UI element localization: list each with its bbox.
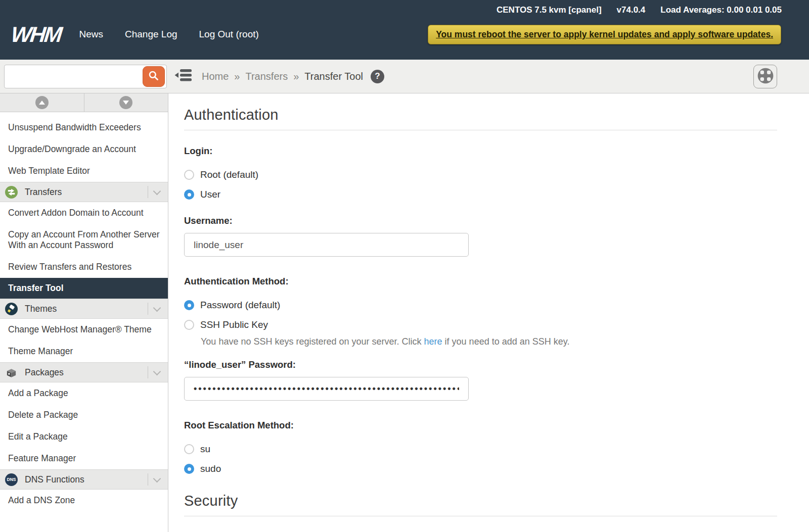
- radio-option-label: SSH Public Key: [200, 319, 268, 330]
- sidebar-item-review-transfers[interactable]: Review Transfers and Restores: [0, 256, 168, 278]
- collapse-sidebar-icon: [174, 68, 193, 85]
- header: CENTOS 7.5 kvm [cpanel] v74.0.4 Load Ave…: [0, 0, 809, 60]
- radio-option-sudo[interactable]: sudo: [184, 463, 777, 474]
- toolbar: Home » Transfers » Transfer Tool ?: [0, 60, 809, 93]
- radio-option-root[interactable]: Root (default): [184, 169, 777, 180]
- radio-option-label: Root (default): [200, 169, 258, 180]
- breadcrumb-separator: »: [293, 71, 299, 82]
- sidebar-item-add-package[interactable]: Add a Package: [0, 382, 168, 404]
- sidebar-item-transfer-tool[interactable]: Transfer Tool: [0, 278, 168, 299]
- logo-row: WHM News Change Log Log Out (root) You m…: [0, 15, 809, 54]
- radio-option-user[interactable]: User: [184, 189, 777, 200]
- section-divider: [184, 130, 777, 130]
- radio-unchecked-icon[interactable]: [184, 170, 194, 180]
- whm-version: v74.0.4: [617, 5, 646, 15]
- chevron-down-icon: [153, 304, 161, 312]
- arrow-up-icon: [35, 96, 49, 109]
- breadcrumb: Home » Transfers » Transfer Tool ?: [202, 70, 384, 83]
- packages-icon: [5, 366, 18, 379]
- sidebar-section-dns-functions[interactable]: DNS DNS Functions: [0, 469, 168, 490]
- radio-option-su[interactable]: su: [184, 444, 777, 455]
- sidebar-nav-list: Unsuspend Bandwidth Exceeders Upgrade/Do…: [0, 112, 168, 511]
- sidebar-section-label: Packages: [25, 367, 148, 378]
- sidebar-item-web-template-editor[interactable]: Web Template Editor: [0, 160, 168, 182]
- add-ssh-key-link[interactable]: here: [424, 336, 442, 347]
- collapse-sidebar-button[interactable]: [174, 68, 193, 85]
- sidebar-section-label: DNS Functions: [25, 474, 148, 485]
- sidebar-item-upgrade-downgrade[interactable]: Upgrade/Downgrade an Account: [0, 138, 168, 160]
- sidebar-item-copy-account[interactable]: Copy an Account From Another Server With…: [0, 224, 168, 256]
- sidebar-item-edit-package[interactable]: Edit a Package: [0, 426, 168, 448]
- radio-option-label: su: [200, 444, 210, 455]
- section-divider: [184, 516, 777, 516]
- nav-log-out[interactable]: Log Out (root): [199, 29, 259, 40]
- life-preserver-icon: [756, 67, 775, 86]
- arrow-down-icon: [119, 96, 132, 109]
- auth-method-label: Authentication Method:: [184, 276, 777, 287]
- sidebar-item-delete-package[interactable]: Delete a Package: [0, 404, 168, 426]
- system-info: CENTOS 7.5 kvm [cpanel]: [497, 5, 602, 15]
- content-area: Unsuspend Bandwidth Exceeders Upgrade/Do…: [0, 93, 809, 532]
- radio-option-label: Password (default): [200, 300, 280, 311]
- radio-checked-icon[interactable]: [184, 464, 194, 474]
- search-button[interactable]: [143, 66, 165, 87]
- radio-option-ssh-key[interactable]: SSH Public Key: [184, 319, 777, 330]
- chevron-down-icon: [153, 474, 161, 482]
- sidebar-section-packages[interactable]: Packages: [0, 362, 168, 382]
- sidebar-section-themes[interactable]: Themes: [0, 299, 168, 319]
- reboot-warning-banner[interactable]: You must reboot the server to apply kern…: [428, 25, 781, 44]
- sidebar-item-convert-addon[interactable]: Convert Addon Domain to Account: [0, 202, 168, 224]
- breadcrumb-home[interactable]: Home: [202, 71, 229, 82]
- password-label: “linode_user” Password:: [184, 359, 777, 370]
- sidebar-scroll-down-button[interactable]: [84, 93, 168, 112]
- password-field[interactable]: [184, 377, 469, 401]
- breadcrumb-separator: »: [234, 71, 240, 82]
- sidebar: Unsuspend Bandwidth Exceeders Upgrade/Do…: [0, 93, 168, 532]
- username-label: Username:: [184, 215, 777, 226]
- transfers-icon: [5, 186, 18, 199]
- help-icon[interactable]: ?: [371, 70, 384, 83]
- ssh-key-note: You have no SSH keys registered on your …: [201, 336, 777, 347]
- radio-option-label: sudo: [200, 463, 221, 474]
- breadcrumb-current: Transfer Tool: [304, 71, 363, 82]
- chevron-down-icon: [153, 187, 161, 195]
- top-nav: News Change Log Log Out (root): [79, 29, 280, 40]
- sidebar-section-transfers[interactable]: Transfers: [0, 182, 168, 202]
- search-icon: [147, 69, 160, 84]
- sidebar-item-add-dns-zone[interactable]: Add a DNS Zone: [0, 490, 168, 511]
- username-field[interactable]: [184, 233, 469, 257]
- sidebar-item-unsuspend-bandwidth[interactable]: Unsuspend Bandwidth Exceeders: [0, 117, 168, 138]
- sidebar-scroll-up-button[interactable]: [0, 93, 84, 112]
- sidebar-item-feature-manager[interactable]: Feature Manager: [0, 448, 168, 469]
- load-averages: Load Averages: 0.00 0.01 0.05: [660, 5, 782, 15]
- security-heading: Security: [184, 493, 777, 509]
- dns-icon: DNS: [5, 473, 18, 486]
- server-status-row: CENTOS 7.5 kvm [cpanel] v74.0.4 Load Ave…: [0, 0, 809, 15]
- sidebar-item-theme-manager[interactable]: Theme Manager: [0, 341, 168, 362]
- whm-logo[interactable]: WHM: [10, 22, 62, 47]
- sidebar-section-label: Transfers: [25, 187, 148, 198]
- radio-option-password[interactable]: Password (default): [184, 300, 777, 311]
- radio-checked-icon[interactable]: [184, 189, 194, 200]
- radio-checked-icon[interactable]: [184, 300, 194, 310]
- themes-icon: [5, 303, 18, 315]
- radio-unchecked-icon[interactable]: [184, 320, 194, 330]
- sidebar-item-change-whm-theme[interactable]: Change WebHost Manager® Theme: [0, 319, 168, 341]
- search-box: [4, 65, 167, 88]
- support-button[interactable]: [753, 65, 777, 88]
- breadcrumb-transfers[interactable]: Transfers: [245, 71, 288, 82]
- whm-app: CENTOS 7.5 kvm [cpanel] v74.0.4 Load Ave…: [0, 0, 809, 532]
- main-content: Authentication Login: Root (default) Use…: [168, 93, 809, 532]
- nav-news[interactable]: News: [79, 29, 103, 40]
- sidebar-section-label: Themes: [25, 304, 148, 314]
- authentication-heading: Authentication: [184, 107, 777, 123]
- radio-unchecked-icon[interactable]: [184, 444, 194, 454]
- nav-change-log[interactable]: Change Log: [125, 29, 177, 40]
- root-escalation-label: Root Escalation Method:: [184, 420, 777, 431]
- radio-option-label: User: [200, 189, 220, 200]
- chevron-down-icon: [153, 367, 161, 375]
- sidebar-scroll-controls: [0, 93, 168, 112]
- login-label: Login:: [184, 146, 777, 157]
